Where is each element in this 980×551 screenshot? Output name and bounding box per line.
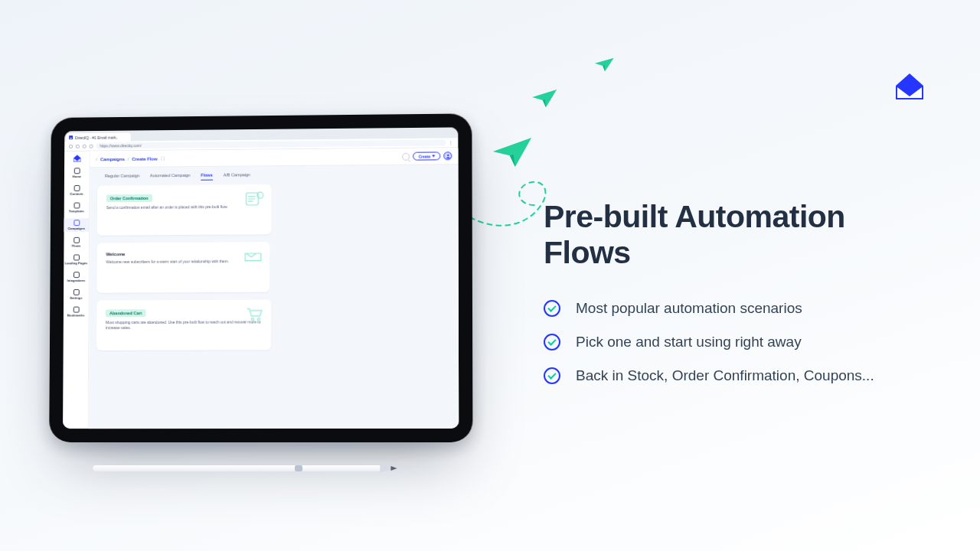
sidebar-item-label: Integrations — [67, 279, 86, 282]
tab-ab-campaign[interactable]: A/B Campaign — [224, 172, 250, 180]
create-button[interactable]: Create — [413, 152, 441, 160]
sidebar-item-integrations[interactable]: Integrations — [64, 270, 89, 284]
breadcrumb: / Campaigns / Create Flow ☐ — [96, 156, 164, 162]
promo-bullet: Most popular automation scenarios — [544, 300, 934, 317]
breadcrumb-link[interactable]: Create Flow — [132, 156, 158, 161]
bookmarks-icon — [73, 307, 79, 313]
check-circle-icon — [544, 300, 560, 317]
browser-menu-icon[interactable]: ⋮ — [449, 140, 453, 145]
bookmark-outline-icon[interactable]: ☐ — [161, 156, 165, 161]
settings-icon — [73, 289, 79, 295]
promo-bullet: Pick one and start using right away — [544, 334, 934, 350]
flow-card-welcome[interactable]: Welcome Welcome new subscribers for a wa… — [96, 242, 270, 293]
app-logo-icon[interactable] — [72, 154, 81, 163]
check-circle-icon — [544, 367, 560, 384]
sidebar-item-label: Home — [72, 174, 80, 178]
browser-tab[interactable]: DirectIQ - #1 Email mark.. — [66, 133, 131, 142]
sidebar-item-label: Campaigns — [68, 227, 85, 230]
create-button-label: Create — [419, 154, 431, 158]
sidebar-item-label: Bookmarks — [67, 313, 84, 317]
sidebar-item-templates[interactable]: Templates — [64, 201, 90, 214]
back-icon[interactable] — [69, 144, 73, 148]
svg-point-3 — [251, 318, 253, 320]
promo-bullet: Back in Stock, Order Confirmation, Coupo… — [544, 367, 934, 384]
browser-tab-title: DirectIQ - #1 Email mark.. — [75, 135, 119, 139]
flow-card-title: Order Confirmation — [106, 194, 152, 202]
flow-card-title: Welcome — [106, 251, 260, 256]
tab-regular-campaign[interactable]: Regular Campaign — [105, 174, 139, 181]
paper-plane-icon — [529, 82, 559, 112]
flow-card-abandoned-cart[interactable]: Abandoned Cart Most shopping carts are a… — [96, 300, 271, 350]
promo-bullet-text: Back in Stock, Order Confirmation, Coupo… — [576, 367, 874, 384]
address-bar-text: https://www.directiq.com/ — [100, 143, 141, 148]
integrations-icon — [73, 272, 79, 278]
sidebar-item-bookmarks[interactable]: Bookmarks — [64, 305, 89, 319]
sidebar-item-flows[interactable]: Flows — [64, 236, 89, 249]
sidebar-item-landing-pages[interactable]: Landing Pages — [64, 253, 89, 266]
sidebar-item-settings[interactable]: Settings — [64, 288, 89, 302]
handshake-icon — [244, 248, 263, 265]
landing-pages-icon — [74, 255, 80, 261]
paper-plane-icon — [593, 52, 616, 76]
promo-headline: Pre-built Automation Flows — [544, 199, 934, 271]
templates-icon — [74, 203, 80, 209]
home-icon[interactable] — [90, 144, 93, 148]
chevron-down-icon — [432, 155, 435, 157]
sidebar-item-label: Templates — [69, 209, 84, 213]
svg-point-0 — [447, 154, 449, 155]
tablet-mockup: DirectIQ - #1 Email mark.. https://www.d… — [49, 113, 472, 442]
sidebar-item-label: Settings — [70, 296, 82, 300]
tab-flows[interactable]: Flows — [201, 173, 212, 181]
campaigns-icon — [74, 220, 80, 226]
promo-panel: Pre-built Automation Flows Most popular … — [544, 199, 934, 401]
flow-card-desc: Welcome new subscribers for a warm start… — [106, 259, 260, 265]
forward-icon[interactable] — [76, 144, 80, 148]
tablet-screen: DirectIQ - #1 Email mark.. https://www.d… — [63, 127, 459, 429]
home-icon — [74, 168, 80, 174]
contacts-icon — [74, 185, 80, 191]
stylus — [93, 462, 452, 478]
tab-automated-campaign[interactable]: Automated Campaign — [150, 173, 191, 181]
sidebar-item-label: Flows — [72, 244, 81, 248]
check-circle-icon — [544, 334, 560, 350]
promo-bullet-text: Most popular automation scenarios — [576, 300, 802, 317]
flow-card-order-confirmation[interactable]: Order Confirmation Send a confirmation e… — [97, 184, 272, 236]
flow-card-title: Abandoned Cart — [106, 309, 145, 317]
brand-envelope-icon — [893, 69, 926, 103]
address-bar[interactable]: https://www.directiq.com/ — [96, 139, 446, 148]
favicon-icon — [69, 135, 73, 139]
sidebar-item-contacts[interactable]: Contacts — [64, 184, 90, 197]
svg-point-4 — [257, 318, 260, 320]
flow-card-desc: Send a confirmation email after an order… — [106, 204, 263, 210]
cart-icon — [245, 306, 263, 323]
breadcrumb-link[interactable]: Campaigns — [100, 157, 125, 161]
search-icon[interactable] — [403, 152, 410, 160]
sidebar-item-home[interactable]: Home — [64, 166, 89, 180]
sidebar-item-label: Contacts — [70, 192, 83, 196]
reload-icon[interactable] — [83, 144, 87, 148]
sidebar-item-label: Landing Pages — [65, 261, 87, 265]
flow-card-desc: Most shopping carts are abandoned. Use t… — [106, 319, 262, 330]
receipt-icon — [246, 191, 264, 207]
avatar[interactable] — [443, 152, 452, 160]
sidebar-item-campaigns[interactable]: Campaigns — [64, 218, 90, 232]
sidebar: Home Contacts Templates Campaigns Flows … — [63, 152, 90, 429]
promo-bullet-text: Pick one and start using right away — [576, 334, 802, 350]
flows-icon — [74, 237, 80, 243]
